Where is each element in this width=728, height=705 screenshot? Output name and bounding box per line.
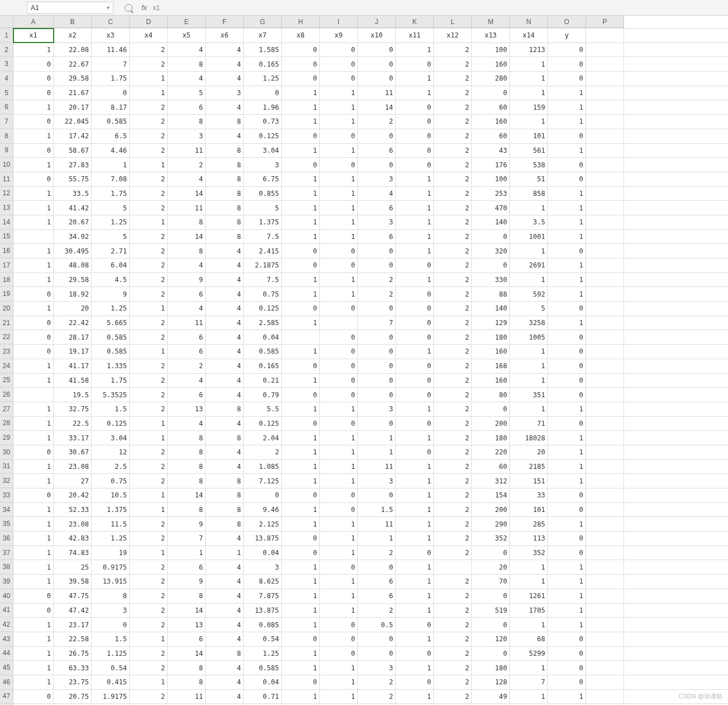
cell[interactable]: 0 — [13, 57, 54, 71]
cell[interactable]: 5.665 — [92, 316, 130, 330]
cell[interactable]: 470 — [472, 201, 510, 215]
cell[interactable]: 0 — [244, 86, 282, 100]
cell[interactable]: 8 — [206, 144, 244, 158]
cell[interactable]: 0 — [472, 402, 510, 416]
cell[interactable]: 280 — [472, 72, 510, 86]
cell[interactable]: 2 — [434, 330, 472, 344]
cell[interactable]: 1 — [510, 244, 548, 258]
cell[interactable]: 113 — [510, 532, 548, 546]
cell[interactable]: 0 — [320, 158, 358, 172]
cell[interactable]: 140 — [472, 215, 510, 229]
cell[interactable]: 1 — [396, 532, 434, 546]
cell[interactable]: 1 — [13, 460, 54, 474]
cell[interactable]: 1 — [320, 517, 358, 531]
cell[interactable]: 14 — [168, 187, 206, 201]
cell[interactable]: 0 — [358, 57, 396, 71]
cell[interactable]: 7.08 — [92, 172, 130, 186]
cell[interactable]: 1 — [282, 86, 320, 100]
cell[interactable]: 1 — [396, 86, 434, 100]
cell[interactable] — [586, 316, 624, 330]
cell[interactable]: x14 — [510, 29, 548, 43]
cell[interactable]: 6.75 — [244, 172, 282, 186]
cell[interactable]: x1 — [13, 29, 54, 43]
cell[interactable]: 2 — [130, 258, 168, 272]
cell[interactable]: 0 — [548, 546, 586, 560]
cell[interactable]: 2 — [130, 57, 168, 71]
cell[interactable]: 1 — [282, 460, 320, 474]
cell[interactable]: 2 — [130, 172, 168, 186]
cell[interactable]: 0 — [320, 374, 358, 388]
row-header-36[interactable]: 36 — [0, 532, 13, 546]
column-header-B[interactable]: B — [54, 16, 92, 28]
cell[interactable]: 1 — [396, 201, 434, 215]
cell[interactable]: 23.75 — [54, 675, 92, 689]
cell[interactable]: 1 — [548, 215, 586, 229]
cell[interactable]: 320 — [472, 244, 510, 258]
cell[interactable]: 1 — [396, 517, 434, 531]
column-header-P[interactable]: P — [586, 16, 624, 28]
cell[interactable]: 1 — [510, 618, 548, 632]
cell[interactable]: 8 — [206, 215, 244, 229]
cell[interactable]: 1 — [13, 158, 54, 172]
column-header-H[interactable]: H — [282, 16, 320, 28]
cell[interactable]: 200 — [472, 503, 510, 517]
cell[interactable]: 1 — [396, 43, 434, 57]
cell[interactable]: 1 — [13, 374, 54, 388]
cell[interactable]: 1 — [13, 215, 54, 229]
cell[interactable]: 4.46 — [92, 144, 130, 158]
cell[interactable]: 2 — [434, 302, 472, 316]
row-header-37[interactable]: 37 — [0, 546, 13, 560]
cell[interactable]: 8 — [206, 431, 244, 445]
cell[interactable]: 42.83 — [54, 532, 92, 546]
cell[interactable]: 0 — [358, 302, 396, 316]
cell[interactable]: 0 — [396, 144, 434, 158]
cell[interactable]: 1 — [13, 258, 54, 272]
cell[interactable]: 0 — [358, 330, 396, 344]
cell[interactable]: 4 — [206, 661, 244, 675]
cell[interactable] — [586, 460, 624, 474]
cell[interactable]: 2 — [358, 690, 396, 704]
cell[interactable]: 49 — [472, 690, 510, 704]
cell[interactable]: 0 — [320, 302, 358, 316]
row-header-42[interactable]: 42 — [0, 618, 13, 632]
cell[interactable] — [586, 560, 624, 574]
cell[interactable]: 1 — [548, 258, 586, 272]
cell[interactable]: 1 — [396, 503, 434, 517]
cell[interactable]: 1 — [13, 560, 54, 574]
cell[interactable]: 2 — [130, 575, 168, 589]
cell[interactable] — [586, 618, 624, 632]
cell[interactable]: 1 — [396, 72, 434, 86]
cell[interactable]: 3 — [92, 604, 130, 618]
cell[interactable]: 3258 — [510, 316, 548, 330]
row-header-5[interactable]: 5 — [0, 86, 13, 100]
cell[interactable]: 8 — [206, 230, 244, 244]
cell[interactable]: 0 — [358, 72, 396, 86]
cell[interactable]: 1 — [396, 690, 434, 704]
cell[interactable]: 200 — [472, 417, 510, 431]
cell[interactable]: 0 — [548, 532, 586, 546]
cell[interactable]: 1.5 — [92, 402, 130, 416]
cell[interactable]: 1261 — [510, 589, 548, 603]
cell[interactable]: 1 — [396, 488, 434, 502]
cell[interactable]: 4 — [206, 258, 244, 272]
cell[interactable]: 1.25 — [244, 72, 282, 86]
cell[interactable]: 0 — [282, 632, 320, 646]
row-header-2[interactable]: 2 — [0, 43, 13, 57]
cell[interactable]: 2 — [434, 604, 472, 618]
cell[interactable]: 2 — [434, 258, 472, 272]
cell[interactable]: 2 — [434, 402, 472, 416]
cell[interactable]: 13.875 — [244, 532, 282, 546]
cell[interactable]: 8 — [168, 503, 206, 517]
cell[interactable]: 2 — [434, 57, 472, 71]
cell[interactable]: 1 — [320, 460, 358, 474]
cell[interactable]: 23.17 — [54, 618, 92, 632]
cell[interactable] — [586, 690, 624, 704]
cell[interactable]: 1 — [130, 86, 168, 100]
row-header-45[interactable]: 45 — [0, 661, 13, 675]
cell[interactable]: 2.415 — [244, 244, 282, 258]
cell[interactable]: 0 — [548, 72, 586, 86]
cell[interactable]: 2 — [434, 72, 472, 86]
cell[interactable]: 176 — [472, 158, 510, 172]
cell[interactable]: 6 — [358, 230, 396, 244]
cell[interactable]: 6 — [168, 345, 206, 359]
